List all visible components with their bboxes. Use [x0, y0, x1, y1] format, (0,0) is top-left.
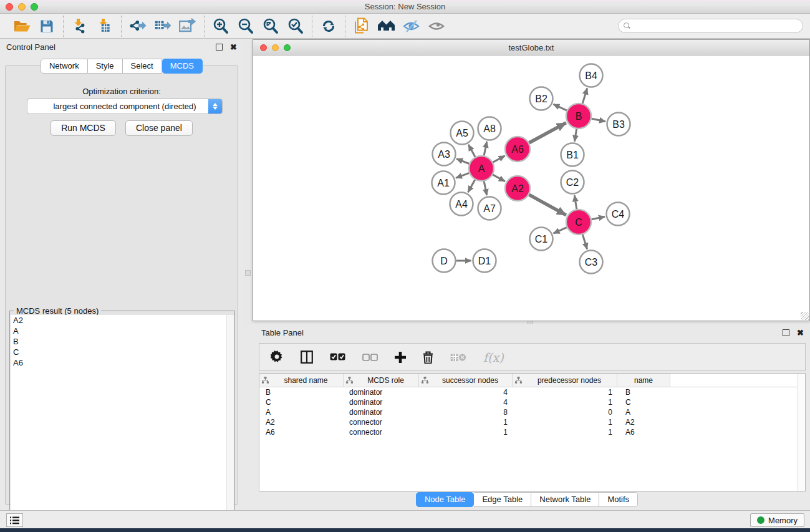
edge-A-A3[interactable] [456, 159, 469, 164]
search-field[interactable] [618, 19, 803, 33]
network-canvas[interactable]: B4B2BB3B1A5A8A6A3AA1C2A2A4A7CC4C1DD1C3 [253, 56, 809, 321]
node-B[interactable]: B [566, 104, 591, 128]
import-table-button[interactable] [94, 16, 115, 36]
tab-network-table[interactable]: Network Table [531, 492, 599, 507]
table-float-panel-icon[interactable] [783, 329, 789, 336]
cell-name[interactable]: B [617, 388, 670, 397]
clone-network-button[interactable] [351, 16, 372, 36]
close-panel-icon[interactable]: ✖ [230, 43, 237, 51]
cell-shared-name[interactable]: A6 [259, 428, 344, 437]
node-C2[interactable]: C2 [561, 171, 584, 194]
cell-name[interactable]: A6 [617, 428, 670, 437]
cell-predecessor-nodes[interactable]: 1 [513, 428, 617, 437]
node-A7[interactable]: A7 [478, 197, 501, 220]
window-resize-grip[interactable] [801, 312, 809, 320]
node-table[interactable]: shared nameMCDS rolesuccessor nodesprede… [259, 373, 806, 491]
node-C1[interactable]: C1 [530, 228, 553, 251]
show-all-button[interactable] [426, 16, 447, 36]
export-table-button[interactable] [152, 16, 173, 36]
edge-A-A4[interactable] [468, 180, 475, 192]
refresh-button[interactable] [318, 16, 339, 36]
edge-C-C4[interactable] [592, 216, 605, 219]
cell-MCDS-role[interactable]: dominator [344, 398, 419, 407]
table-row[interactable]: A6connector11A6 [259, 427, 805, 437]
deselect-all-button[interactable] [362, 354, 378, 361]
edge-B-B2[interactable] [553, 104, 566, 110]
cell-predecessor-nodes[interactable]: 0 [513, 408, 617, 417]
tab-motifs[interactable]: Motifs [599, 492, 638, 507]
node-A1[interactable]: A1 [432, 172, 455, 195]
export-image-button[interactable] [177, 16, 198, 36]
cell-MCDS-role[interactable]: dominator [344, 408, 419, 417]
cell-successor-nodes[interactable]: 4 [419, 398, 513, 407]
tab-style[interactable]: Style [88, 59, 123, 74]
delete-column-button[interactable] [423, 351, 433, 364]
column-header-name[interactable]: name [617, 374, 670, 387]
zoom-selected-button[interactable] [285, 16, 306, 36]
tab-select[interactable]: Select [123, 59, 162, 74]
node-A[interactable]: A [469, 156, 494, 181]
cell-successor-nodes[interactable]: 1 [419, 418, 513, 427]
edge-C-C3[interactable] [582, 235, 587, 249]
edge-A-A1[interactable] [456, 173, 469, 178]
cell-predecessor-nodes[interactable]: 1 [513, 388, 617, 397]
node-A4[interactable]: A4 [450, 193, 473, 216]
column-header-shared-name[interactable]: shared name [259, 374, 344, 387]
table-scrollbar[interactable] [797, 374, 805, 491]
cell-shared-name[interactable]: C [259, 398, 344, 407]
mcds-result-list[interactable]: A2ABCA6 [11, 315, 234, 520]
table-row[interactable]: Adominator80A [259, 407, 805, 417]
cell-shared-name[interactable]: A2 [259, 418, 344, 427]
node-D1[interactable]: D1 [473, 249, 496, 273]
close-panel-button[interactable]: Close panel [125, 120, 193, 136]
cell-successor-nodes[interactable]: 8 [419, 408, 513, 417]
search-input[interactable] [634, 22, 798, 31]
cell-shared-name[interactable]: B [259, 388, 344, 397]
tab-network[interactable]: Network [41, 59, 88, 74]
maximize-window-button[interactable] [31, 3, 38, 11]
column-header-MCDS-role[interactable]: MCDS role [344, 374, 419, 387]
node-D[interactable]: D [433, 249, 456, 273]
zoom-in-button[interactable] [210, 16, 231, 36]
node-B1[interactable]: B1 [561, 143, 584, 167]
node-A2[interactable]: A2 [505, 176, 530, 201]
cell-MCDS-role[interactable]: connector [344, 418, 419, 427]
tab-edge-table[interactable]: Edge Table [474, 492, 531, 507]
cell-successor-nodes[interactable]: 1 [419, 428, 513, 437]
edge-A-A8[interactable] [484, 142, 487, 155]
cell-name[interactable]: A [617, 408, 670, 417]
hide-selected-button[interactable] [401, 16, 422, 36]
network-maximize-button[interactable] [284, 44, 291, 51]
criterion-dropdown[interactable]: largest connected component (directed) [27, 99, 223, 114]
memory-button[interactable]: Memory [750, 513, 804, 527]
tab-mcds[interactable]: MCDS [162, 59, 203, 74]
float-panel-icon[interactable] [216, 44, 223, 51]
cell-predecessor-nodes[interactable]: 1 [513, 398, 617, 407]
tab-node-table[interactable]: Node Table [416, 492, 475, 507]
node-B3[interactable]: B3 [607, 113, 630, 136]
edge-A2-C[interactable] [529, 195, 566, 215]
edge-A-A2[interactable] [493, 175, 504, 181]
task-history-button[interactable] [6, 513, 23, 527]
close-window-button[interactable] [6, 3, 13, 11]
node-A3[interactable]: A3 [433, 143, 456, 166]
zoom-out-button[interactable] [235, 16, 256, 36]
node-C3[interactable]: C3 [580, 251, 603, 274]
attribute-settings-button[interactable] [271, 351, 284, 364]
cell-MCDS-role[interactable]: dominator [344, 388, 419, 397]
run-mcds-button[interactable]: Run MCDS [51, 120, 116, 136]
table-row[interactable]: Bdominator41B [259, 387, 805, 397]
add-column-button[interactable] [395, 352, 406, 363]
open-session-button[interactable] [11, 16, 32, 36]
cell-shared-name[interactable]: A [259, 408, 344, 417]
node-A5[interactable]: A5 [451, 122, 474, 145]
node-C[interactable]: C [566, 210, 591, 235]
table-row[interactable]: Cdominator41C [259, 397, 805, 407]
cell-predecessor-nodes[interactable]: 1 [513, 418, 617, 427]
mcds-list-scrollbar[interactable] [226, 315, 234, 520]
cell-MCDS-role[interactable]: connector [344, 428, 419, 437]
minimize-window-button[interactable] [18, 3, 26, 11]
mcds-result-item[interactable]: A2 [11, 315, 234, 326]
zoom-fit-button[interactable] [260, 16, 281, 36]
export-network-button[interactable] [127, 16, 148, 36]
